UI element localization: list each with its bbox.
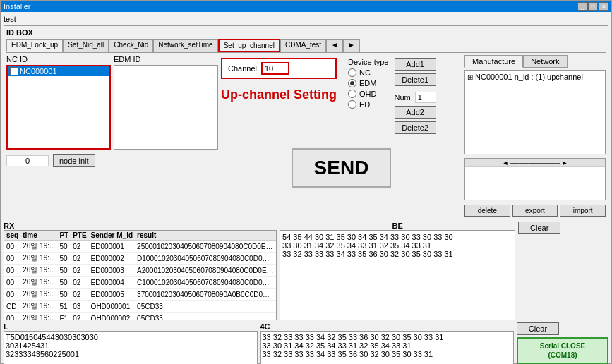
list-item[interactable]: ✓ NC000001 xyxy=(8,66,109,76)
rx-label: RX xyxy=(4,222,277,230)
radio-nc[interactable]: NC xyxy=(348,68,388,77)
window-body: test ID BOX EDM_Look_up Set_Nid_all Chec… xyxy=(1,12,611,364)
rx-panel: RX seq time PT PTE Sender M_id result xyxy=(4,222,277,320)
be-label: BE xyxy=(280,222,515,230)
cell-pt: 50 xyxy=(57,265,71,277)
clear-rx-button[interactable]: Clear xyxy=(518,222,560,234)
device-type-col: Device type NC EDM OHD xyxy=(348,58,388,109)
cell-seq: 00 xyxy=(4,277,20,289)
l-content[interactable]: T5D0150454430303030303031425431323333435… xyxy=(4,331,258,364)
scrollbar-area[interactable]: ◄ ─────────── ► xyxy=(465,159,605,167)
cell-pt: 51 xyxy=(57,301,71,313)
add1-button[interactable]: Add1 xyxy=(395,58,436,71)
cell-result: C10001020304050607080904080C0D0E0F101112… xyxy=(135,277,276,289)
delete1-button[interactable]: Delete1 xyxy=(395,73,436,86)
add2-button[interactable]: Add2 xyxy=(395,106,436,119)
be-line: 33 30 31 34 32 35 34 33 31 32 35 34 33 3… xyxy=(282,241,512,250)
send-button[interactable]: SEND xyxy=(292,148,392,188)
clear-l-button[interactable]: Clear xyxy=(517,322,559,335)
table-row: 00 26일 19:... 50 02 ED000002 D1000102030… xyxy=(4,253,276,265)
cell-time: 26일 19:... xyxy=(20,265,57,277)
radio-nc-btn[interactable] xyxy=(348,68,356,77)
tab-check-nid[interactable]: Check_Nid xyxy=(109,39,153,52)
minimize-button[interactable]: _ xyxy=(577,2,587,11)
right-panel: Manufacture Network ⊞ NC000001 n_id : (1… xyxy=(464,55,606,217)
node-init-button[interactable]: node init xyxy=(53,154,95,167)
hex-panel: 4C 33 32 33 33 33 34 32 35 33 36 30 32 3… xyxy=(260,322,515,364)
num-row: Num xyxy=(395,92,436,103)
spacer xyxy=(518,237,608,320)
radio-ed[interactable]: ED xyxy=(348,100,388,109)
rx-table[interactable]: seq time PT PTE Sender M_id result 00 26… xyxy=(4,230,277,320)
tab-set-nid-all[interactable]: Set_Nid_all xyxy=(63,39,109,52)
cell-sender: ED000005 xyxy=(89,289,135,301)
export-button[interactable]: export xyxy=(512,205,558,217)
bottom2-section: L T5D01504544303030303030314254313233334… xyxy=(4,322,608,364)
cell-time: 26일 19:... xyxy=(20,241,57,253)
l-line: T5D015045443030303030 xyxy=(6,333,256,341)
tab-edm-lookup[interactable]: EDM_Look_up xyxy=(6,39,63,52)
tab-more2[interactable]: ► xyxy=(343,39,360,52)
nc-id-box: NC ID ✓ NC000001 xyxy=(6,55,111,150)
close-button[interactable]: ✕ xyxy=(599,2,608,11)
radio-ed-btn[interactable] xyxy=(348,100,356,109)
import-button[interactable]: import xyxy=(560,205,606,217)
hex-line: 33 32 33 33 33 34 32 35 33 36 30 32 30 3… xyxy=(263,333,512,341)
channel-label: Channel xyxy=(228,64,257,73)
tree-item-label: NC000001 n_id : (1) upchannel xyxy=(475,73,583,81)
window-controls: _ □ ✕ xyxy=(577,2,608,11)
tree-item: ⊞ NC000001 n_id : (1) upchannel xyxy=(467,73,603,81)
node-value: 0 xyxy=(6,155,49,166)
tab-bar: EDM_Look_up Set_Nid_all Check_Nid Networ… xyxy=(6,39,606,53)
bottom-section: RX seq time PT PTE Sender M_id result xyxy=(4,222,608,320)
col-sender: Sender M_id xyxy=(89,231,135,241)
be-panel: BE 54 35 44 30 31 35 30 34 35 34 33 30 3… xyxy=(280,222,515,320)
nc-id-value: NC000001 xyxy=(20,67,57,75)
radio-ohd-btn[interactable] xyxy=(348,90,356,98)
radio-edm-btn[interactable] xyxy=(348,79,356,87)
main-content: NC ID ✓ NC000001 EDM ID xyxy=(6,55,606,217)
serial-close-button[interactable]: Serial CLOSE(COM18) xyxy=(517,337,608,364)
delete-button[interactable]: delete xyxy=(464,205,510,217)
channel-input[interactable] xyxy=(261,62,289,75)
cell-result: A20001020304050607080904080C0D0E0F101112… xyxy=(135,265,276,277)
col-pt: PT xyxy=(57,231,71,241)
cell-result: 37000102030405060708090A0B0C0D0E0F101112… xyxy=(135,289,276,301)
nc-id-list[interactable]: ✓ NC000001 xyxy=(6,65,111,150)
table-row: 00 26일 19:... 50 02 ED000005 37000102030… xyxy=(4,289,276,301)
table-row: 00 26일 19:... 50 02 ED000001 25000102030… xyxy=(4,241,276,253)
radio-edm[interactable]: EDM xyxy=(348,79,388,87)
num-input[interactable] xyxy=(415,92,436,103)
cell-pt: F1 xyxy=(57,313,71,321)
radio-ohd[interactable]: OHD xyxy=(348,90,388,98)
edm-id-list[interactable] xyxy=(114,65,218,150)
window-title: Installer xyxy=(4,2,577,11)
checkbox[interactable]: ✓ xyxy=(10,67,18,75)
tree-expand-icon[interactable]: ⊞ xyxy=(467,73,473,81)
tab-cdma-test[interactable]: CDMA_test xyxy=(280,39,326,52)
nc-id-label: NC ID xyxy=(6,55,111,63)
upchannel-title: Up-channel Setting xyxy=(221,87,337,102)
middle-section: Channel Up-channel Setting Device type N… xyxy=(221,55,462,217)
right-controls-top: Clear xyxy=(518,222,608,320)
node-row: 0 node init xyxy=(6,154,218,167)
tab-more[interactable]: ◄ xyxy=(326,39,343,52)
delete2-button[interactable]: Delete2 xyxy=(395,121,436,134)
rx-tbody: 00 26일 19:... 50 02 ED000001 25000102030… xyxy=(4,241,276,321)
cell-pte: 02 xyxy=(71,241,88,253)
tab-network-settime[interactable]: Network_setTime xyxy=(153,39,217,52)
cell-time: 26일 19:... xyxy=(20,313,57,321)
col-time: time xyxy=(20,231,57,241)
num-label: Num xyxy=(395,93,411,102)
tab-network[interactable]: Network xyxy=(523,55,567,68)
cell-seq: 00 xyxy=(4,265,20,277)
be-content[interactable]: 54 35 44 30 31 35 30 34 35 34 33 30 33 3… xyxy=(280,230,515,320)
maximize-button[interactable]: □ xyxy=(588,2,598,11)
tab-setup-channel[interactable]: Set_up_channel xyxy=(218,39,280,52)
title-bar: Installer _ □ ✕ xyxy=(1,1,611,12)
hex-line: 33 30 31 34 32 35 34 33 31 32 35 34 33 3… xyxy=(263,341,512,350)
hex-content[interactable]: 33 32 33 33 33 34 32 35 33 36 30 32 30 3… xyxy=(260,331,515,364)
cell-time: 26일 19:... xyxy=(20,277,57,289)
tree-box[interactable]: ⊞ NC000001 n_id : (1) upchannel xyxy=(464,70,606,154)
tab-manufacture[interactable]: Manufacture xyxy=(464,55,523,68)
